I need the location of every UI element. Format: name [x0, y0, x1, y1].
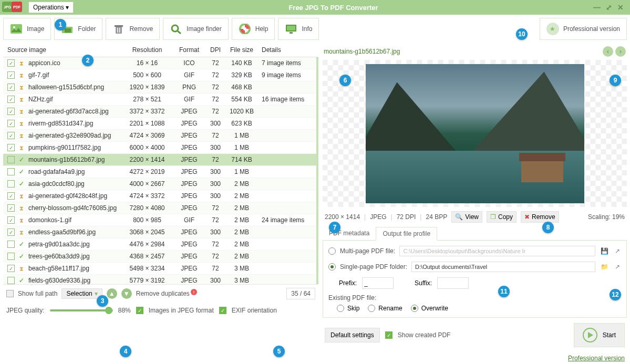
minimize-icon[interactable]: —	[593, 3, 601, 12]
header-format[interactable]: Format	[173, 46, 205, 54]
table-row[interactable]: ⧗domonkos-1.gif 800 × 985 GIF 72 2 MB 24…	[3, 214, 316, 226]
operations-dropdown[interactable]: Operations ▾	[28, 2, 74, 13]
row-filename: riverm-gd8531d347.jpg	[28, 120, 93, 127]
row-checkbox[interactable]	[7, 168, 15, 175]
row-checkbox[interactable]	[7, 253, 15, 260]
jpeg-format-checkbox[interactable]	[136, 307, 143, 314]
prefix-input[interactable]	[362, 277, 394, 289]
table-row[interactable]: ⧗pumpkins-g9011f7582.jpg 6000 × 4000 JPE…	[3, 142, 316, 154]
quality-value: 88%	[118, 307, 131, 314]
singlepage-radio[interactable]	[328, 263, 336, 271]
exif-checkbox[interactable]	[219, 307, 226, 314]
prev-image-button[interactable]: ‹	[603, 46, 613, 57]
folder-open-icon[interactable]: 📁	[600, 262, 610, 272]
row-format: JPEG	[173, 168, 205, 175]
row-checkbox[interactable]	[7, 228, 15, 236]
table-row[interactable]: ⧗beach-g58e11ff17.jpg 5498 × 3234 JPEG 7…	[3, 263, 316, 275]
row-resolution: 4000 × 2667	[121, 180, 173, 188]
show-created-checkbox[interactable]	[385, 331, 393, 339]
help-button[interactable]: Help	[232, 18, 275, 40]
preview-format: JPEG	[370, 213, 386, 221]
start-button[interactable]: Start	[574, 323, 625, 347]
table-row[interactable]: ⧗ai-generated-g6f3d7acc8.jpg 3372 × 3372…	[3, 106, 316, 118]
row-format: JPEG	[173, 241, 205, 248]
row-checkbox[interactable]	[7, 59, 15, 67]
header-filesize[interactable]: File size	[226, 46, 257, 54]
row-checkbox[interactable]	[7, 265, 15, 272]
table-row[interactable]: ✓trees-ge60ba3dd9.jpg 4368 × 2457 JPEG 7…	[3, 251, 316, 263]
preview-image[interactable]	[366, 64, 584, 203]
next-image-button[interactable]: ›	[615, 46, 626, 57]
copy-button[interactable]: ❐Copy	[487, 211, 517, 223]
table-row[interactable]: ⧗halloween-g1515d6cbf.png 1920 × 1839 PN…	[3, 81, 316, 93]
row-size: 623 KB	[226, 120, 257, 127]
show-full-path-checkbox[interactable]	[6, 290, 14, 297]
suffix-input[interactable]	[437, 277, 469, 289]
singlepage-path-input[interactable]	[411, 262, 595, 272]
table-row[interactable]: ⧗cherry-blossom-gd4fc76085.jpg 7280 × 40…	[3, 202, 316, 214]
row-checkbox[interactable]	[7, 204, 15, 212]
row-checkbox[interactable]	[7, 144, 15, 151]
move-down-button[interactable]: ▼	[121, 288, 132, 299]
row-checkbox[interactable]	[7, 180, 15, 188]
table-row[interactable]: ✓road-gdafafa4a9.jpg 4272 × 2019 JPEG 30…	[3, 166, 316, 178]
image-finder-button[interactable]: Image finder	[163, 18, 229, 40]
table-row[interactable]: ⧗gif-7.gif 500 × 600 GIF 72 329 KB 9 ima…	[3, 69, 316, 81]
close-icon[interactable]: ✕	[617, 3, 624, 12]
suffix-label: Suffix:	[415, 279, 432, 287]
remove-duplicates-button[interactable]: Remove duplicates!	[136, 290, 197, 298]
overwrite-radio[interactable]	[411, 305, 418, 312]
singlepage-label: Single-page PDF folder:	[340, 263, 407, 271]
row-checkbox[interactable]	[7, 241, 15, 248]
row-checkbox[interactable]	[7, 216, 15, 224]
row-checkbox[interactable]	[7, 84, 15, 91]
table-row[interactable]: ⧗ai-generated-g0f428c48f.jpg 4724 × 3372…	[3, 190, 316, 202]
table-row[interactable]: ⧗endless-gaa5d9bf96.jpg 3068 × 2045 JPEG…	[3, 226, 316, 238]
table-row[interactable]: ⧗NZHz.gif 278 × 521 GIF 72 554 KB 16 ima…	[3, 93, 316, 106]
skip-radio[interactable]	[337, 305, 344, 312]
quality-slider[interactable]	[50, 309, 113, 311]
info-button[interactable]: Info	[278, 18, 319, 40]
maximize-icon[interactable]: ⤢	[606, 3, 612, 12]
header-resolution[interactable]: Resolution	[121, 46, 173, 54]
play-icon	[583, 328, 597, 342]
preview-remove-button[interactable]: ✖Remove	[521, 211, 559, 223]
rename-radio[interactable]	[368, 305, 375, 312]
row-checkbox[interactable]	[7, 120, 15, 127]
external-icon[interactable]: ↗	[614, 246, 621, 256]
multipage-radio[interactable]	[328, 247, 336, 255]
table-row[interactable]: ✓mountains-g1b5612b67.jpg 2200 × 1414 JP…	[3, 154, 316, 166]
view-button[interactable]: 🔍View	[451, 211, 482, 223]
row-format: JPEG	[173, 120, 205, 127]
table-row[interactable]: ✓fields-g630de9336.jpg 5779 × 3192 JPEG …	[3, 275, 316, 284]
row-checkbox[interactable]	[7, 71, 15, 79]
row-checkbox[interactable]	[7, 132, 15, 139]
move-up-button[interactable]: ▲	[107, 288, 117, 299]
selection-dropdown[interactable]: Selection▾	[61, 288, 102, 299]
table-row[interactable]: ✓petra-g9d01aa3dc.jpg 4476 × 2984 JPEG 7…	[3, 238, 316, 251]
row-checkbox[interactable]	[7, 156, 15, 163]
table-row[interactable]: ✓asia-gdc0cdcf80.jpg 4000 × 2667 JPEG 30…	[3, 178, 316, 190]
header-dpi[interactable]: DPI	[205, 46, 226, 54]
table-row[interactable]: ⧗appicon.ico 16 × 16 ICO 72 140 KB 7 ima…	[3, 57, 316, 69]
table-row[interactable]: ⧗ai-generated-g32e8909ad.jpg 4724 × 3069…	[3, 130, 316, 142]
save-icon[interactable]: 💾	[600, 246, 610, 256]
row-checkbox[interactable]	[7, 192, 15, 200]
external-icon-2[interactable]: ↗	[614, 262, 621, 272]
remove-button[interactable]: Remove	[106, 18, 160, 40]
table-body[interactable]: ⧗appicon.ico 16 × 16 ICO 72 140 KB 7 ima…	[3, 57, 318, 284]
pro-version-link[interactable]: Professional version	[568, 355, 625, 362]
row-checkbox[interactable]	[7, 277, 15, 284]
default-settings-button[interactable]: Default settings	[325, 328, 380, 342]
hourglass-icon: ⧗	[19, 72, 24, 79]
table-row[interactable]: ⧗riverm-gd8531d347.jpg 2201 × 1088 JPEG …	[3, 118, 316, 130]
tab-output-profile[interactable]: Output file profile	[376, 227, 437, 241]
row-checkbox[interactable]	[7, 96, 15, 103]
header-source[interactable]: Source image	[5, 46, 121, 54]
output-tabs: PDF metadata Output file profile	[323, 227, 627, 241]
add-image-button[interactable]: Image	[3, 18, 51, 40]
header-details[interactable]: Details	[257, 46, 316, 54]
row-checkbox[interactable]	[7, 108, 15, 115]
professional-version-button[interactable]: ★ Professional version	[540, 18, 627, 40]
multipage-path-input[interactable]	[399, 246, 595, 256]
